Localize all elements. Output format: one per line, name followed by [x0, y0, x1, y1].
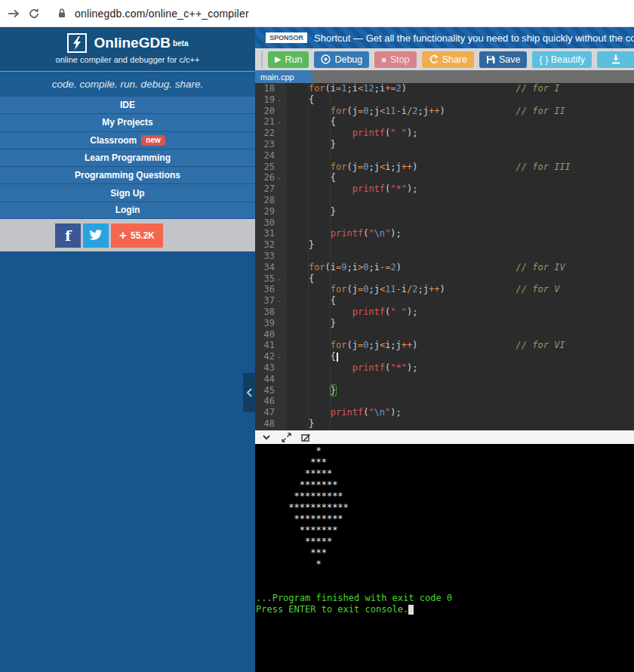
console-output-panel[interactable]: * *** ***** ******* ********* **********… — [255, 444, 634, 672]
code-text: { — [287, 351, 338, 362]
code-comment: // for VI — [516, 340, 565, 350]
line-number[interactable]: 41 — [255, 340, 287, 351]
code-text: } — [287, 385, 336, 396]
code-text: } — [287, 139, 336, 150]
url-text[interactable]: onlinegdb.com/online_c++_compiler — [75, 8, 249, 20]
code-line: 27 printf("*"); — [255, 183, 634, 195]
tab-main-cpp[interactable]: main.cpp — [255, 70, 312, 83]
tab-label: main.cpp — [260, 72, 294, 82]
play-icon: ▶ — [275, 54, 281, 64]
share-count: 55.2K — [131, 230, 155, 241]
sponsor-bar[interactable]: SPONSOR Shortcut — Get all the functiona… — [255, 27, 634, 48]
line-number[interactable]: 30 — [255, 217, 287, 229]
reload-icon[interactable] — [28, 8, 40, 20]
sidebar-item-learn-programming[interactable]: Learn Programming — [0, 149, 255, 166]
line-number[interactable]: 45 — [255, 385, 287, 396]
download-button[interactable] — [597, 51, 634, 68]
line-number[interactable]: 44 — [255, 374, 287, 385]
forward-icon[interactable] — [8, 8, 20, 20]
code-text: } — [287, 206, 336, 217]
code-text: for(j=0;j<i;j++) // for VI — [287, 340, 565, 351]
line-number[interactable]: 31 — [255, 228, 287, 239]
line-number[interactable]: 25 — [255, 162, 287, 173]
line-number[interactable]: 19- — [255, 94, 287, 106]
sponsor-text[interactable]: Shortcut — Get all the functionality you… — [314, 32, 634, 44]
code-line: 43 printf("*"); — [255, 362, 634, 374]
bolt-icon — [67, 33, 87, 53]
line-number[interactable]: 42- — [255, 351, 287, 363]
console-status-line: Press ENTER to exit console. — [256, 604, 634, 615]
sidebar-item-classroom[interactable]: Classroomnew — [0, 131, 255, 149]
twitter-button[interactable] — [83, 223, 109, 248]
facebook-button[interactable]: f — [55, 223, 81, 248]
line-number[interactable]: 48 — [255, 418, 287, 430]
line-number[interactable]: 43 — [255, 362, 287, 374]
line-number[interactable]: 39 — [255, 318, 287, 329]
code-line: 46 — [255, 396, 634, 407]
line-number[interactable]: 22 — [255, 128, 287, 139]
line-number[interactable]: 47 — [255, 407, 287, 418]
line-number[interactable]: 32 — [255, 239, 287, 251]
social-strip: f + 55.2K — [0, 219, 255, 251]
code-line: 42- { — [255, 351, 634, 362]
console-expand-icon[interactable] — [282, 433, 291, 442]
line-number[interactable]: 36 — [255, 284, 287, 295]
code-text: printf(" "); — [287, 128, 417, 139]
line-number[interactable]: 46 — [255, 396, 287, 407]
line-number[interactable]: 37- — [255, 295, 287, 307]
sidebar-item-ide[interactable]: IDE — [0, 96, 255, 113]
line-number[interactable]: 26- — [255, 172, 287, 184]
chevron-left-icon — [245, 387, 254, 398]
line-number[interactable]: 35- — [255, 273, 287, 285]
address-bar[interactable]: onlinegdb.com/online_c++_compiler — [57, 8, 249, 20]
sidebar: OnlineGDB beta online compiler and debug… — [0, 27, 255, 672]
stop-label: Stop — [390, 54, 410, 65]
share-button[interactable]: Share — [422, 51, 474, 68]
code-text: { — [287, 273, 314, 285]
sidebar-tagline: code. compile. run. debug. share. — [0, 72, 255, 96]
sidebar-item-login[interactable]: Login — [0, 202, 255, 219]
code-text: printf("\n"); — [287, 407, 402, 418]
line-number[interactable]: 24 — [255, 150, 287, 162]
line-number[interactable]: 34 — [255, 262, 287, 273]
logo-beta: beta — [173, 39, 189, 48]
code-line: 26- { — [255, 172, 634, 183]
sidebar-item-programming-questions[interactable]: Programming Questions — [0, 166, 255, 183]
line-number[interactable]: 18 — [255, 83, 287, 94]
addthis-share-button[interactable]: + 55.2K — [111, 223, 163, 248]
line-number[interactable]: 40 — [255, 329, 287, 341]
stop-button[interactable]: ■ Stop — [374, 51, 416, 68]
line-number[interactable]: 29 — [255, 206, 287, 217]
new-file-button[interactable] — [262, 51, 263, 68]
console-stdin-icon[interactable] — [300, 433, 310, 442]
code-text: } — [287, 418, 314, 430]
line-number[interactable]: 33 — [255, 251, 287, 262]
line-number[interactable]: 20 — [255, 106, 287, 117]
text-cursor — [337, 353, 338, 362]
code-comment: // for IV — [516, 262, 565, 273]
sidebar-collapse-handle[interactable] — [243, 373, 255, 412]
new-badge: new — [141, 135, 165, 146]
code-editor[interactable]: 18 for(i=1;i<12;i+=2) // for I19- {20 fo… — [255, 83, 634, 430]
code-line: 36 for(j=0;j<11-i/2;j++) // for V — [255, 284, 634, 295]
console-collapse-icon[interactable] — [262, 433, 271, 442]
run-button[interactable]: ▶ Run — [268, 51, 309, 68]
sidebar-item-my-projects[interactable]: My Projects — [0, 113, 255, 131]
save-button[interactable]: Save — [479, 51, 528, 68]
line-number[interactable]: 28 — [255, 195, 287, 206]
debug-button[interactable]: Debug — [314, 51, 369, 68]
beautify-button[interactable]: { } Beautify — [532, 51, 591, 68]
line-number[interactable]: 23 — [255, 139, 287, 150]
line-number[interactable]: 21- — [255, 116, 287, 128]
code-comment: // for III — [516, 162, 571, 172]
console-line — [256, 570, 634, 581]
logo[interactable]: OnlineGDB beta — [0, 33, 255, 53]
console-line: ********* — [256, 491, 634, 502]
console-line: *** — [256, 457, 634, 468]
line-number[interactable]: 27 — [255, 183, 287, 195]
sidebar-item-sign-up[interactable]: Sign Up — [0, 183, 255, 201]
console-line: ******* — [256, 479, 634, 491]
line-number[interactable]: 38 — [255, 307, 287, 318]
console-line — [256, 581, 634, 593]
code-line: 40 — [255, 329, 634, 341]
